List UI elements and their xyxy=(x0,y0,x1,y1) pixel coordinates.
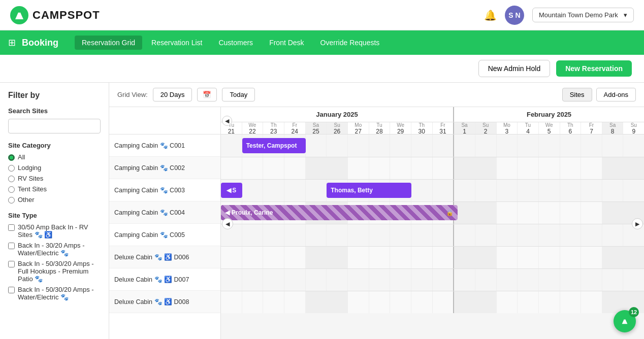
park-name: Mountain Town Demo Park xyxy=(539,11,621,19)
reservation-thomas-betty[interactable]: Thomas, Betty xyxy=(327,183,411,198)
grid-view-label: Grid View: xyxy=(117,91,148,98)
nav-item-customers[interactable]: Customers xyxy=(211,36,260,50)
campspot-mini-logo-icon xyxy=(619,315,631,327)
search-sites-label: Search Sites xyxy=(8,107,101,115)
filter-title: Filter by xyxy=(8,91,101,100)
sites-button[interactable]: Sites xyxy=(562,88,592,101)
type-back-in-30-20[interactable]: Back In - 30/20 Amps - Water/Electric 🐾 xyxy=(8,242,101,257)
row-divider-2 xyxy=(221,179,644,180)
date-mo-27: Mo27 xyxy=(348,122,369,134)
site-row-d008: Deluxe Cabin 🐾 ♿ D008 xyxy=(109,291,220,313)
reservation-proulx-carine[interactable]: ◀ Proulx, Carine 🔒 xyxy=(221,205,458,220)
chevron-down-icon: ▾ xyxy=(624,11,627,19)
row-divider-5 xyxy=(221,246,644,247)
date-we-22: We22 xyxy=(242,122,264,134)
site-category-group: All Lodging RV Sites Tent Sites Other xyxy=(8,153,101,204)
reservation-c003-partial[interactable]: ◀ S xyxy=(221,183,242,198)
nav-items: Reservation Grid Reservation List Custom… xyxy=(75,36,387,50)
sites-column: Camping Cabin 🐾 C001 Camping Cabin 🐾 C00… xyxy=(109,107,221,339)
left-arrow-icon-proulx: ◀ xyxy=(225,209,230,216)
row-bg-c002 xyxy=(221,157,644,179)
type-back-in-50-water[interactable]: Back In - 50/30/20 Amps - Water/Electric… xyxy=(8,286,101,301)
date-we-29: We29 xyxy=(390,122,411,134)
park-selector[interactable]: Mountain Town Demo Park ▾ xyxy=(532,8,634,22)
date-su-2: Su2 xyxy=(475,122,497,134)
category-other[interactable]: Other xyxy=(8,196,101,204)
site-row-c002: Camping Cabin 🐾 C002 xyxy=(109,157,220,179)
row-bg-d006 xyxy=(221,246,644,268)
type-back-in-50-full[interactable]: Back In - 50/30/20 Amps - Full Hookups -… xyxy=(8,260,101,283)
date-header-row: Tu21 We22 Th23 Fr24 Sa25 Su26 Mo27 Tu28 … xyxy=(221,122,644,134)
lock-icon: 🔒 xyxy=(446,209,454,216)
date-mo-3: Mo3 xyxy=(497,122,518,134)
row-divider-3 xyxy=(221,201,644,202)
avatar[interactable]: S N xyxy=(505,6,524,25)
site-row-d006: Deluxe Cabin 🐾 ♿ D006 xyxy=(109,246,220,268)
row-divider-1 xyxy=(221,157,644,157)
row-divider-4 xyxy=(221,224,644,224)
category-rv-sites[interactable]: RV Sites xyxy=(8,175,101,182)
addons-button[interactable]: Add-ons xyxy=(596,88,636,101)
date-tu-28: Tu28 xyxy=(369,122,391,134)
sidebar: Filter by Search Sites Site Category All… xyxy=(0,83,109,339)
date-we-5: We5 xyxy=(539,122,560,134)
grid-controls-left: Grid View: 20 Days 📅 Today xyxy=(117,88,255,101)
category-lodging[interactable]: Lodging xyxy=(8,164,101,172)
nav-next-arrow-overlay[interactable]: ▶ xyxy=(632,218,643,229)
month-jan-label: January 2025 xyxy=(221,107,454,122)
date-th-23: Th23 xyxy=(263,122,284,134)
logo-area: CAMPSPOT xyxy=(10,6,100,24)
search-sites-input[interactable] xyxy=(8,119,101,133)
floating-badge-count: 12 xyxy=(629,307,639,317)
date-sa-8: Sa8 xyxy=(602,122,624,134)
month-feb-label: February 2025 xyxy=(454,107,644,122)
action-bar: New Admin Hold New Reservation xyxy=(0,55,644,83)
svg-point-2 xyxy=(18,10,21,13)
campspot-logo-icon xyxy=(10,6,28,24)
calendar-picker-button[interactable]: 📅 xyxy=(197,88,217,101)
grid-area: Grid View: 20 Days 📅 Today Sites Add-ons… xyxy=(109,83,644,339)
site-row-d007: Deluxe Cabin 🐾 ♿ D007 xyxy=(109,268,220,291)
grid-view-days-button[interactable]: 20 Days xyxy=(153,88,192,101)
date-fr-7: Fr7 xyxy=(581,122,602,134)
today-button[interactable]: Today xyxy=(222,88,255,101)
grid-menu-icon[interactable]: ⊞ xyxy=(8,37,16,48)
new-reservation-button[interactable]: New Reservation xyxy=(556,60,632,77)
main-layout: Filter by Search Sites Site Category All… xyxy=(0,83,644,339)
row-divider-7 xyxy=(221,291,644,291)
date-th-6: Th6 xyxy=(560,122,582,134)
category-tent-sites[interactable]: Tent Sites xyxy=(8,185,101,193)
grid-controls-right: Sites Add-ons xyxy=(562,88,636,101)
date-th-30: Th30 xyxy=(411,122,433,134)
nav-title: Booking xyxy=(22,38,58,48)
site-type-label: Site Type xyxy=(8,212,101,219)
nav-item-reservation-grid[interactable]: Reservation Grid xyxy=(75,36,142,50)
admin-hold-button[interactable]: New Admin Hold xyxy=(478,60,551,77)
site-row-c005: Camping Cabin 🐾 C005 xyxy=(109,224,220,246)
date-su-26: Su26 xyxy=(327,122,348,134)
floating-campspot-badge[interactable]: 12 xyxy=(614,310,636,332)
site-category-label: Site Category xyxy=(8,142,101,149)
left-arrow-icon: ◀ xyxy=(227,187,231,194)
nav-item-front-desk[interactable]: Front Desk xyxy=(262,36,311,50)
site-row-c001: Camping Cabin 🐾 C001 xyxy=(109,134,220,157)
type-30-50-amp[interactable]: 30/50 Amp Back In - RV Sites 🐾 ♿ xyxy=(8,223,101,239)
date-su-9: Su9 xyxy=(623,122,644,134)
row-divider-6 xyxy=(221,268,644,269)
date-fr-31: Fr31 xyxy=(433,122,455,134)
svg-point-5 xyxy=(624,318,626,320)
reservation-tester-campspot[interactable]: Tester, Campspot xyxy=(242,138,306,153)
month-header-row: January 2025 February 2025 xyxy=(221,107,644,122)
calendar-wrapper: Camping Cabin 🐾 C001 Camping Cabin 🐾 C00… xyxy=(109,107,644,339)
nav-item-override-requests[interactable]: Override Requests xyxy=(313,36,387,50)
site-row-c003: Camping Cabin 🐾 C003 xyxy=(109,179,220,201)
nav-prev-arrow-overlay[interactable]: ◀ xyxy=(222,218,233,229)
nav-prev-arrow[interactable]: ◀ xyxy=(222,116,232,126)
row-bg-d008 xyxy=(221,291,644,313)
site-rows-container: Tester, Campspot ◀ S Thomas, Betty xyxy=(221,134,644,339)
nav-item-reservation-list[interactable]: Reservation List xyxy=(144,36,209,50)
header-right: 🔔 S N Mountain Town Demo Park ▾ xyxy=(484,6,634,25)
category-all[interactable]: All xyxy=(8,153,101,161)
date-sa-1: Sa1 xyxy=(454,122,475,134)
notification-bell-icon[interactable]: 🔔 xyxy=(484,9,497,21)
